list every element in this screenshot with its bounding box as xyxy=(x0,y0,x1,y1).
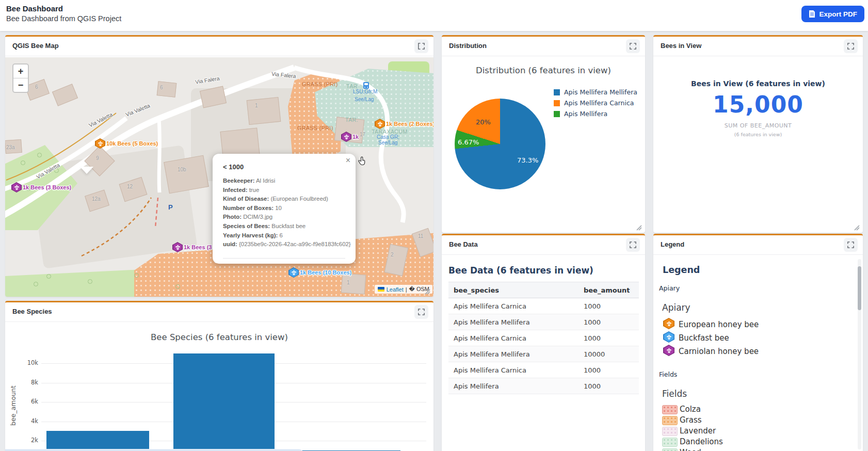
bar-2[interactable] xyxy=(173,353,275,451)
map-tree-symbol xyxy=(175,284,180,289)
popup-field: Yearly Harvest (kg): 6 xyxy=(223,231,349,240)
popup-close-button[interactable]: × xyxy=(346,156,350,165)
legend-item-label: Grass xyxy=(680,415,702,425)
pie-legend-label[interactable]: Apis Mellifera xyxy=(564,110,607,118)
leaflet-link[interactable]: Leaflet xyxy=(387,286,404,293)
map-panel-header: QGIS Bee Map xyxy=(5,37,433,56)
bee-data-expand-button[interactable] xyxy=(626,238,640,252)
distribution-panel-header: Distribution xyxy=(442,37,645,56)
legend-item-label: Wood xyxy=(680,448,701,451)
zoom-out-button[interactable]: − xyxy=(13,78,28,92)
marker-label[interactable]: 1k Bees (10 Boxes) xyxy=(300,269,351,276)
legend-item-label: Colza xyxy=(680,405,701,414)
pie-legend-label[interactable]: Apis Mellifera Mellifera xyxy=(564,88,637,96)
export-pdf-button[interactable]: Export PDF xyxy=(801,6,864,22)
area-label-blue: See/Lag xyxy=(378,140,397,146)
bar-1[interactable] xyxy=(46,431,149,451)
table-row[interactable]: Apis Mellifera Carnica1000 xyxy=(448,298,639,314)
table-cell: 1000 xyxy=(578,378,639,394)
map-tree-symbol xyxy=(134,273,139,278)
bar-chart-ytick: 4k xyxy=(20,417,38,425)
house-number: 6 xyxy=(35,84,38,90)
bees-resize-grip[interactable] xyxy=(853,224,860,231)
house-number: 11 xyxy=(418,233,423,239)
bar-chart-ytick: 6k xyxy=(20,398,38,405)
legend-item-label: Buckfast bee xyxy=(679,333,729,343)
table-cell: Apis Mellifera Mellifera xyxy=(448,346,578,362)
house-number: 10b xyxy=(178,167,186,172)
table-cell: Apis Mellifera Carnica xyxy=(448,330,578,346)
legend-field-swatch xyxy=(662,416,678,425)
legend-field-swatch xyxy=(662,405,678,414)
house-number: 23a xyxy=(6,144,15,150)
pie-legend-label[interactable]: Apis Mellifera Carnica xyxy=(564,99,634,107)
leaflet-map[interactable]: Via ValettaVia FaleraVia FaleraVia Valet… xyxy=(5,57,433,297)
popup-fields: Beekeeper: Al IdrisiInfected: trueKind o… xyxy=(223,176,349,249)
partial-tooltip-strip xyxy=(5,449,303,451)
table-row[interactable]: Apis Mellifera1000 xyxy=(448,378,639,394)
table-row[interactable]: Apis Mellifera Carnica1000 xyxy=(448,330,639,346)
house-number: 1 xyxy=(347,280,350,285)
legend-heading: Legend xyxy=(663,265,700,275)
house-number: 1 xyxy=(255,103,258,108)
popup-title: < 1000 xyxy=(223,163,244,171)
bee-data-heading: Bee Data (6 features in view) xyxy=(448,265,593,276)
pie-percentage-label: 6.67% xyxy=(458,138,479,146)
table-cell: Apis Mellifera Carnica xyxy=(448,362,578,378)
distribution-expand-button[interactable] xyxy=(626,39,640,53)
page-title: Bee Dashboard xyxy=(6,4,63,13)
document-icon xyxy=(809,10,815,18)
table-cell: 1000 xyxy=(578,330,639,346)
marker-label[interactable]: 1k xyxy=(352,134,359,140)
popup-field: Species of Bees: Buckfast bee xyxy=(223,222,349,231)
legend-field-swatch xyxy=(662,438,678,447)
distribution-resize-grip[interactable] xyxy=(635,224,642,231)
pie-legend-swatch xyxy=(554,89,560,95)
marker-label[interactable]: 1k Bees (3 Boxes) xyxy=(23,184,71,190)
map-tree-symbol xyxy=(88,279,92,284)
map-expand-button[interactable] xyxy=(414,39,428,53)
popup-field: uuid: {0235be9c-2026-42ac-a99c-f9e8183fc… xyxy=(223,240,349,249)
house-number: 17 xyxy=(360,132,365,137)
legend-field-swatch xyxy=(662,427,678,436)
bee-species-expand-button[interactable] xyxy=(414,305,428,319)
bar-chart-ytick: 8k xyxy=(20,379,38,386)
legend-bee-icon xyxy=(663,345,674,356)
bees-expand-button[interactable] xyxy=(844,39,858,53)
attribution-separator: | xyxy=(406,286,407,293)
table-row[interactable]: Apis Mellifera Mellifera1000 xyxy=(448,314,639,330)
distribution-panel-title: Distribution xyxy=(449,42,487,50)
map-resize-grip[interactable] xyxy=(424,288,430,295)
legend-item-label: European honey bee xyxy=(679,320,759,329)
legend-panel-title: Legend xyxy=(661,240,684,248)
legend-expand-button[interactable] xyxy=(844,238,858,252)
table-row[interactable]: Apis Mellifera Mellifera10000 xyxy=(448,346,639,362)
bees-indicator-heading: Bees in View (6 features in view) xyxy=(653,79,863,88)
header-bar: Bee Dashboard Bee Dashboard from QGIS Pr… xyxy=(0,0,868,31)
legend-bee-icon xyxy=(663,331,674,343)
area-label-orange: GRASS (PRI) xyxy=(302,81,338,87)
bees-indicator-note: (6 features in view) xyxy=(653,132,863,137)
table-row[interactable]: Apis Mellifera Carnica1000 xyxy=(448,362,639,378)
bee-species-panel-header: Bee Species xyxy=(5,302,433,322)
marker-label[interactable]: 10k Bees (5 Boxes) xyxy=(106,140,158,147)
pie-legend-swatch xyxy=(554,111,560,117)
legend-item-label: Carniolan honey bee xyxy=(679,347,759,356)
popup-field: Infected: true xyxy=(223,186,349,195)
area-label-teal: TAR. xyxy=(345,117,358,123)
legend-item-label: Dandelions xyxy=(680,437,723,446)
legend-group-label: Fields xyxy=(659,371,677,378)
bar-chart-ylabel: bee_amount xyxy=(9,364,17,447)
zoom-in-button[interactable]: + xyxy=(13,65,28,78)
marker-label[interactable]: 1k Bees (2 Boxes) xyxy=(386,121,433,127)
column-header-bee-species[interactable]: bee_species xyxy=(448,282,578,298)
column-header-bee-amount[interactable]: bee_amount xyxy=(578,282,639,298)
bar-chart-ytick: 10k xyxy=(20,359,38,366)
map-tree-symbol xyxy=(34,282,38,286)
legend-scrollbar-thumb[interactable] xyxy=(858,266,861,310)
popup-field: Number of Boxes: 10 xyxy=(223,204,349,213)
legend-content: Legend ApiaryApiary European honey bee B… xyxy=(653,256,863,451)
map-zoom-control: + − xyxy=(12,63,29,93)
export-pdf-label: Export PDF xyxy=(819,10,857,18)
legend-panel-header: Legend xyxy=(653,235,863,255)
